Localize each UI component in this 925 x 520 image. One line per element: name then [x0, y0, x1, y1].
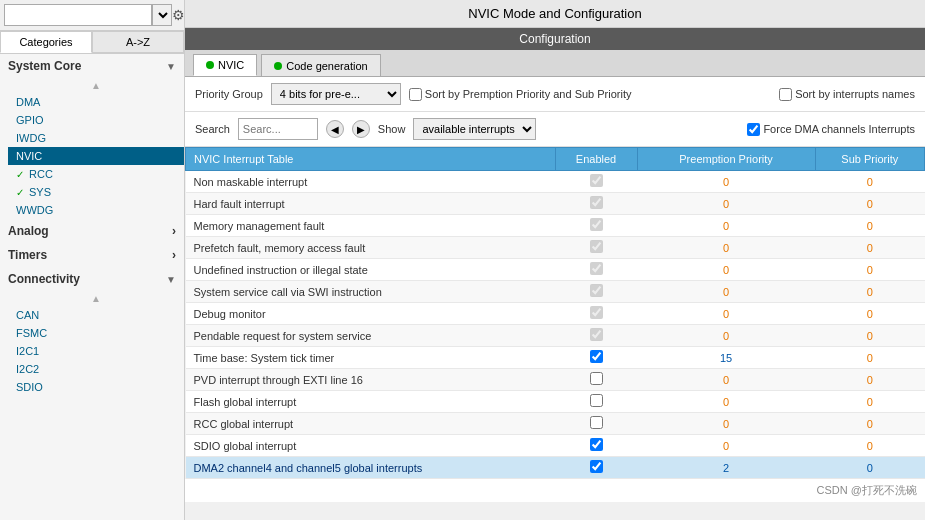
interrupt-enabled-13[interactable]	[555, 457, 637, 479]
nvic-label: NVIC	[16, 150, 42, 162]
nvic-tab-dot	[206, 61, 214, 69]
show-label: Show	[378, 123, 406, 135]
interrupt-enabled-0[interactable]	[555, 171, 637, 193]
iwdg-label: IWDG	[16, 132, 46, 144]
sidebar-item-nvic[interactable]: NVIC	[8, 147, 184, 165]
sidebar-item-gpio[interactable]: GPIO	[8, 111, 184, 129]
interrupt-preemption-7: 0	[637, 325, 815, 347]
tabs-bar: NVIC Code generation	[185, 50, 925, 77]
interrupt-enabled-3[interactable]	[555, 237, 637, 259]
interrupt-sub-7: 0	[815, 325, 924, 347]
interrupt-preemption-13: 2	[637, 457, 815, 479]
sidebar-item-dma[interactable]: DMA	[8, 93, 184, 111]
interrupt-name-4: Undefined instruction or illegal state	[186, 259, 556, 281]
sidebar-item-iwdg[interactable]: IWDG	[8, 129, 184, 147]
section-label-system-core: System Core	[8, 59, 81, 73]
sort-interrupts-checkbox[interactable]	[779, 88, 792, 101]
interrupt-name-13: DMA2 channel4 and channel5 global interr…	[186, 457, 556, 479]
nav-prev-button[interactable]: ◀	[326, 120, 344, 138]
section-system-core: System Core ▼ ▲ DMA GPIO IWDG NVIC RCC	[0, 54, 184, 219]
interrupt-enabled-4[interactable]	[555, 259, 637, 281]
interrupt-name-1: Hard fault interrupt	[186, 193, 556, 215]
tab-az[interactable]: A->Z	[92, 31, 184, 53]
interrupt-enabled-12[interactable]	[555, 435, 637, 457]
nvic-interrupt-table: NVIC Interrupt Table Enabled Preemption …	[185, 147, 925, 520]
sidebar: ⚙ Categories A->Z System Core ▼ ▲ DMA GP…	[0, 0, 185, 520]
interrupt-preemption-6: 0	[637, 303, 815, 325]
tab-code-gen[interactable]: Code generation	[261, 54, 380, 76]
interrupt-preemption-0: 0	[637, 171, 815, 193]
sidebar-item-fsmc[interactable]: FSMC	[8, 324, 184, 342]
interrupt-sub-10: 0	[815, 391, 924, 413]
sort-premption-checkbox[interactable]	[409, 88, 422, 101]
sidebar-item-wwdg[interactable]: WWDG	[8, 201, 184, 219]
codegen-tab-label: Code generation	[286, 60, 367, 72]
interrupt-name-12: SDIO global interrupt	[186, 435, 556, 457]
interrupt-enabled-1[interactable]	[555, 193, 637, 215]
interrupt-preemption-1: 0	[637, 193, 815, 215]
interrupt-enabled-2[interactable]	[555, 215, 637, 237]
sidebar-search-row: ⚙	[0, 0, 184, 31]
sidebar-item-i2c1[interactable]: I2C1	[8, 342, 184, 360]
sidebar-tabs: Categories A->Z	[0, 31, 184, 54]
interrupt-sub-2: 0	[815, 215, 924, 237]
search-label: Search	[195, 123, 230, 135]
interrupt-enabled-11[interactable]	[555, 413, 637, 435]
interrupt-sub-5: 0	[815, 281, 924, 303]
interrupt-enabled-8[interactable]	[555, 347, 637, 369]
sidebar-item-i2c2[interactable]: I2C2	[8, 360, 184, 378]
interrupt-enabled-5[interactable]	[555, 281, 637, 303]
tab-categories[interactable]: Categories	[0, 31, 92, 53]
connectivity-items: ▲ CAN FSMC I2C1 I2C2 SDIO	[0, 291, 184, 396]
sdio-label: SDIO	[16, 381, 43, 393]
col-header-name: NVIC Interrupt Table	[186, 148, 556, 171]
interrupt-sub-12: 0	[815, 435, 924, 457]
main-title: NVIC Mode and Configuration	[185, 0, 925, 28]
sidebar-item-sdio[interactable]: SDIO	[8, 378, 184, 396]
priority-group-select[interactable]: 4 bits for pre-e...	[271, 83, 401, 105]
sort-interrupts-wrap: Sort by interrupts names	[779, 88, 915, 101]
col-header-preemption: Preemption Priority	[637, 148, 815, 171]
interrupt-name-2: Memory management fault	[186, 215, 556, 237]
i2c1-label: I2C1	[16, 345, 39, 357]
interrupt-sub-1: 0	[815, 193, 924, 215]
interrupt-preemption-12: 0	[637, 435, 815, 457]
sidebar-item-can[interactable]: CAN	[8, 306, 184, 324]
interrupt-sub-6: 0	[815, 303, 924, 325]
interrupt-table: NVIC Interrupt Table Enabled Preemption …	[185, 147, 925, 479]
interrupt-enabled-9[interactable]	[555, 369, 637, 391]
tab-nvic[interactable]: NVIC	[193, 54, 257, 76]
config-bar: Configuration	[185, 28, 925, 50]
nav-next-button[interactable]: ▶	[352, 120, 370, 138]
section-header-connectivity[interactable]: Connectivity ▼	[0, 267, 184, 291]
controls-row-1: Priority Group 4 bits for pre-e... Sort …	[185, 77, 925, 112]
interrupt-sub-8: 0	[815, 347, 924, 369]
wwdg-label: WWDG	[16, 204, 53, 216]
sort-interrupts-label: Sort by interrupts names	[795, 88, 915, 100]
section-header-system-core[interactable]: System Core ▼	[0, 54, 184, 78]
interrupt-enabled-6[interactable]	[555, 303, 637, 325]
section-header-timers[interactable]: Timers ›	[0, 243, 184, 267]
sidebar-item-rcc[interactable]: RCC	[8, 165, 184, 183]
nvic-tab-label: NVIC	[218, 59, 244, 71]
interrupt-name-3: Prefetch fault, memory access fault	[186, 237, 556, 259]
section-label-analog: Analog	[8, 224, 49, 238]
force-dma-checkbox[interactable]	[747, 123, 760, 136]
gear-icon[interactable]: ⚙	[172, 4, 185, 26]
search-input[interactable]	[238, 118, 318, 140]
interrupt-enabled-10[interactable]	[555, 391, 637, 413]
show-select[interactable]: available interrupts	[413, 118, 536, 140]
scroll-up-indicator-2[interactable]: ▲	[8, 291, 184, 306]
section-header-analog[interactable]: Analog ›	[0, 219, 184, 243]
col-header-enabled: Enabled	[555, 148, 637, 171]
section-timers: Timers ›	[0, 243, 184, 267]
section-label-connectivity: Connectivity	[8, 272, 80, 286]
interrupt-preemption-9: 0	[637, 369, 815, 391]
scroll-up-indicator[interactable]: ▲	[8, 78, 184, 93]
chevron-down-icon-system-core: ▼	[166, 61, 176, 72]
sidebar-search-input[interactable]	[4, 4, 152, 26]
interrupt-enabled-7[interactable]	[555, 325, 637, 347]
sidebar-search-dropdown[interactable]	[152, 4, 172, 26]
codegen-tab-dot	[274, 62, 282, 70]
sidebar-item-sys[interactable]: SYS	[8, 183, 184, 201]
